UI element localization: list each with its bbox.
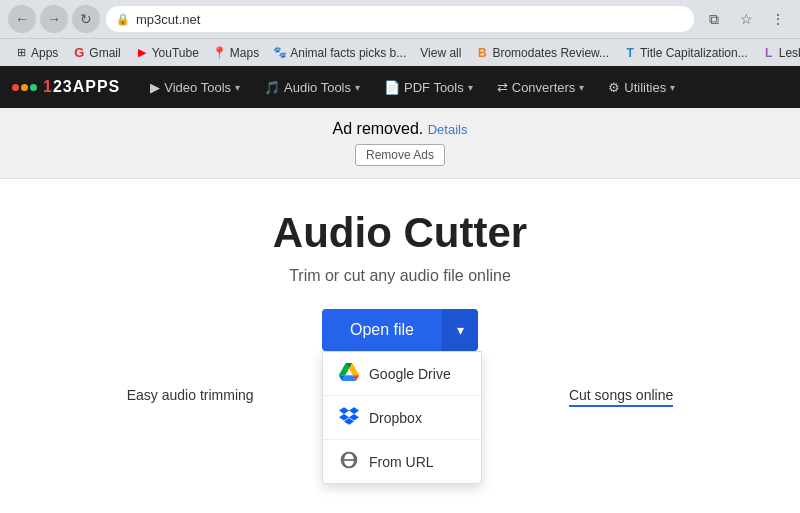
ad-removed-text: Ad removed. bbox=[333, 120, 424, 137]
google-drive-option[interactable]: Google Drive bbox=[323, 352, 481, 395]
bookmark-title-cap-label: Title Capitalization... bbox=[640, 46, 748, 60]
chevron-down-icon: ▾ bbox=[235, 82, 240, 93]
bookmark-animal-facts-label: Animal facts picks b... bbox=[290, 46, 406, 60]
nav-utilities-label: Utilities bbox=[624, 80, 666, 95]
chevron-down-icon-3: ▾ bbox=[468, 82, 473, 93]
apps-grid-icon: ⊞ bbox=[14, 46, 28, 60]
back-button[interactable]: ← bbox=[8, 5, 36, 33]
bookmark-animal-facts[interactable]: 🐾 Animal facts picks b... bbox=[267, 44, 412, 62]
open-file-button[interactable]: Open file bbox=[322, 309, 442, 351]
chevron-down-icon-4: ▾ bbox=[579, 82, 584, 93]
gmail-icon: G bbox=[72, 46, 86, 60]
bookmark-lesbian-sugar[interactable]: L Lesbian Sugar Mom... bbox=[756, 44, 800, 62]
menu-button[interactable]: ⋮ bbox=[764, 5, 792, 33]
bookmark-title-cap[interactable]: T Title Capitalization... bbox=[617, 44, 754, 62]
bookmark-apps[interactable]: ⊞ Apps bbox=[8, 44, 64, 62]
address-bar[interactable]: 🔒 mp3cut.net bbox=[106, 6, 694, 32]
open-file-btn-wrapper: Open file ▾ bbox=[322, 309, 478, 351]
lesbian-sugar-icon: L bbox=[762, 46, 776, 60]
nav-pdf-tools-label: PDF Tools bbox=[404, 80, 464, 95]
extensions-button[interactable]: ⧉ bbox=[700, 5, 728, 33]
chevron-down-icon-5: ▾ bbox=[670, 82, 675, 93]
logo-text: 123APPS bbox=[43, 78, 120, 96]
app-logo[interactable]: 123APPS bbox=[12, 78, 120, 96]
nav-video-tools-label: Video Tools bbox=[164, 80, 231, 95]
maps-icon: 📍 bbox=[213, 46, 227, 60]
ad-details-link[interactable]: Details bbox=[428, 122, 468, 137]
bookmark-bromodates[interactable]: B Bromodates Review... bbox=[469, 44, 615, 62]
from-url-option[interactable]: From URL bbox=[323, 440, 481, 483]
page-title: Audio Cutter bbox=[20, 209, 780, 257]
nav-utilities[interactable]: ⚙ Utilities ▾ bbox=[598, 74, 685, 101]
dropbox-option[interactable]: Dropbox bbox=[323, 396, 481, 439]
chevron-down-icon-2: ▾ bbox=[355, 82, 360, 93]
bookmark-view-all-label: View all bbox=[420, 46, 461, 60]
dot-green bbox=[30, 84, 37, 91]
bookmark-lesbian-sugar-label: Lesbian Sugar Mom... bbox=[779, 46, 800, 60]
logo-dots bbox=[12, 84, 37, 91]
open-file-container: Open file ▾ bbox=[322, 309, 478, 351]
bookmark-view-all[interactable]: View all bbox=[414, 44, 467, 62]
audio-tools-icon: 🎵 bbox=[264, 80, 280, 95]
dot-red bbox=[12, 84, 19, 91]
bookmark-youtube[interactable]: ▶ YouTube bbox=[129, 44, 205, 62]
pdf-tools-icon: 📄 bbox=[384, 80, 400, 95]
bookmark-gmail-label: Gmail bbox=[89, 46, 120, 60]
nav-audio-tools-label: Audio Tools bbox=[284, 80, 351, 95]
feature-easy-trimming-label: Easy audio trimming bbox=[127, 387, 254, 403]
main-nav-menu: ▶ Video Tools ▾ 🎵 Audio Tools ▾ 📄 PDF To… bbox=[140, 74, 788, 101]
google-drive-icon bbox=[339, 362, 359, 385]
feature-cut-songs: Cut songs online bbox=[569, 387, 673, 403]
bookmark-bromodates-label: Bromodates Review... bbox=[492, 46, 609, 60]
bookmark-maps-label: Maps bbox=[230, 46, 259, 60]
nav-buttons: ← → ↻ bbox=[8, 5, 100, 33]
refresh-button[interactable]: ↻ bbox=[72, 5, 100, 33]
bookmark-button[interactable]: ☆ bbox=[732, 5, 760, 33]
nav-pdf-tools[interactable]: 📄 PDF Tools ▾ bbox=[374, 74, 483, 101]
feature-cut-songs-label: Cut songs online bbox=[569, 387, 673, 407]
animal-facts-icon: 🐾 bbox=[273, 46, 287, 60]
bookmark-maps[interactable]: 📍 Maps bbox=[207, 44, 265, 62]
dropbox-label: Dropbox bbox=[369, 410, 422, 426]
bookmark-apps-label: Apps bbox=[31, 46, 58, 60]
url-text: mp3cut.net bbox=[136, 12, 684, 27]
from-url-label: From URL bbox=[369, 454, 434, 470]
youtube-icon: ▶ bbox=[135, 46, 149, 60]
title-cap-icon: T bbox=[623, 46, 637, 60]
nav-converters[interactable]: ⇄ Converters ▾ bbox=[487, 74, 595, 101]
hero-section: Audio Cutter Trim or cut any audio file … bbox=[0, 179, 800, 423]
lock-icon: 🔒 bbox=[116, 13, 130, 26]
chevron-icon: ▾ bbox=[457, 322, 464, 338]
nav-converters-label: Converters bbox=[512, 80, 576, 95]
converters-icon: ⇄ bbox=[497, 80, 508, 95]
bookmark-youtube-label: YouTube bbox=[152, 46, 199, 60]
open-file-dropdown: Google Drive Dropbox bbox=[322, 351, 482, 484]
nav-video-tools[interactable]: ▶ Video Tools ▾ bbox=[140, 74, 250, 101]
dropbox-icon bbox=[339, 406, 359, 429]
bookmark-gmail[interactable]: G Gmail bbox=[66, 44, 126, 62]
browser-chrome: ← → ↻ 🔒 mp3cut.net ⧉ ☆ ⋮ bbox=[0, 0, 800, 38]
remove-ads-button[interactable]: Remove Ads bbox=[355, 144, 445, 166]
bromodates-icon: B bbox=[475, 46, 489, 60]
ad-removed-notice: Ad removed. Details bbox=[333, 120, 468, 138]
dot-yellow bbox=[21, 84, 28, 91]
main-content: Ad removed. Details Remove Ads Audio Cut… bbox=[0, 108, 800, 423]
google-drive-label: Google Drive bbox=[369, 366, 451, 382]
ad-section: Ad removed. Details Remove Ads bbox=[0, 108, 800, 179]
bookmarks-bar: ⊞ Apps G Gmail ▶ YouTube 📍 Maps 🐾 Animal… bbox=[0, 38, 800, 66]
feature-easy-trimming: Easy audio trimming bbox=[127, 387, 254, 403]
open-file-chevron-button[interactable]: ▾ bbox=[442, 309, 478, 351]
nav-audio-tools[interactable]: 🎵 Audio Tools ▾ bbox=[254, 74, 370, 101]
url-icon bbox=[339, 450, 359, 473]
forward-button[interactable]: → bbox=[40, 5, 68, 33]
hero-subtitle: Trim or cut any audio file online bbox=[20, 267, 780, 285]
video-tools-icon: ▶ bbox=[150, 80, 160, 95]
browser-action-buttons: ⧉ ☆ ⋮ bbox=[700, 5, 792, 33]
utilities-icon: ⚙ bbox=[608, 80, 620, 95]
app-navbar: 123APPS ▶ Video Tools ▾ 🎵 Audio Tools ▾ … bbox=[0, 66, 800, 108]
